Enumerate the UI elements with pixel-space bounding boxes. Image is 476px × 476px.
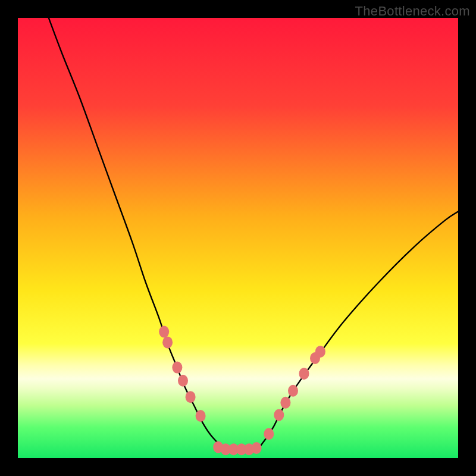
data-marker	[299, 368, 309, 380]
gradient-background	[18, 18, 458, 458]
bottleneck-chart	[18, 18, 458, 458]
chart-frame: TheBottleneck.com	[0, 0, 476, 476]
data-marker	[315, 346, 325, 358]
data-marker	[288, 385, 298, 397]
data-marker	[252, 442, 262, 454]
data-marker	[159, 326, 169, 338]
watermark-text: TheBottleneck.com	[355, 4, 470, 19]
plot-area	[18, 18, 458, 458]
data-marker	[162, 336, 173, 348]
data-marker	[178, 375, 188, 387]
data-marker	[274, 409, 284, 421]
data-marker	[264, 428, 274, 440]
data-marker	[196, 410, 206, 422]
data-marker	[172, 362, 182, 374]
data-marker	[280, 397, 290, 409]
data-marker	[186, 391, 196, 403]
